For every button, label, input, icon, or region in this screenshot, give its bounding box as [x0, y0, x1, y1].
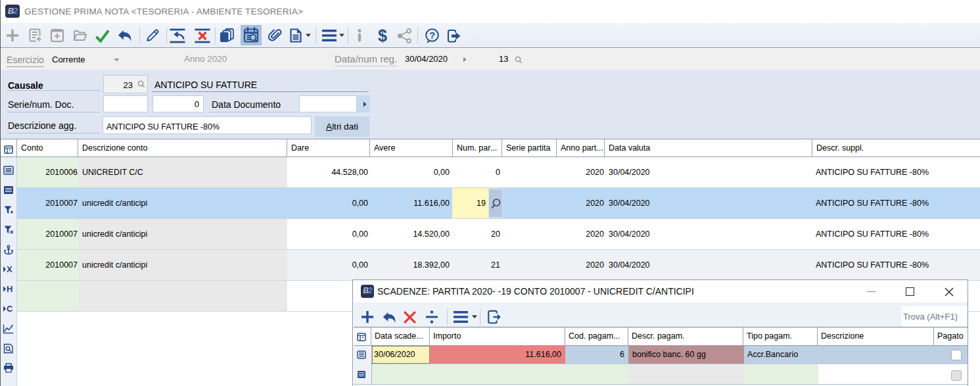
svg-text:$: $ [378, 27, 387, 44]
svg-text:H: H [7, 284, 12, 294]
svg-text:?: ? [429, 30, 435, 41]
svg-text:X: X [7, 264, 12, 274]
svg-text:C: C [7, 304, 13, 314]
